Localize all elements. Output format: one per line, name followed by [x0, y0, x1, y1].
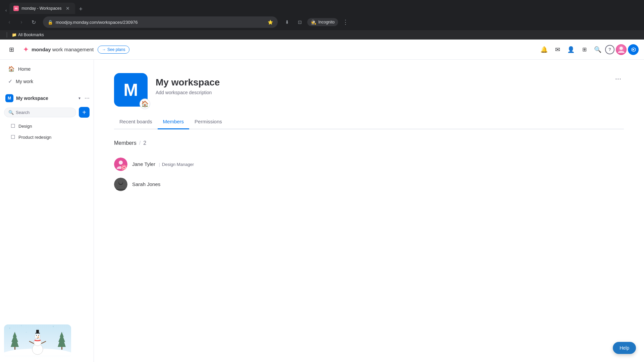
see-plans-arrow: →: [102, 47, 106, 52]
workspace-page: M 🏠 My workspace Add workspace descripti…: [94, 60, 644, 362]
search-placeholder: Search: [16, 110, 30, 115]
bookmark-label: All Bookmarks: [18, 33, 44, 37]
incognito-indicator: 🕵 Incognito: [307, 18, 338, 26]
help-button[interactable]: ?: [605, 45, 614, 54]
svg-rect-5: [14, 347, 15, 350]
my-work-icon: ✓: [8, 78, 12, 84]
screenshot-button[interactable]: ⬇: [282, 17, 292, 27]
members-title: Members: [114, 140, 137, 146]
incognito-label: Incognito: [318, 20, 335, 24]
main-content: M 🏠 My workspace Add workspace descripti…: [94, 60, 644, 362]
sidebar: 🏠 Home ✓ My work M My workspace ▾: [0, 60, 94, 362]
workspace-logo-letter: M: [123, 80, 138, 100]
svg-point-9: [34, 339, 41, 346]
workspace-hero: M 🏠 My workspace Add workspace descripti…: [114, 73, 624, 107]
bell-button[interactable]: 🔔: [538, 44, 550, 56]
board-item-design[interactable]: ☐ Design: [3, 121, 91, 131]
my-work-nav-item[interactable]: ✓ My work: [3, 75, 91, 87]
bookmark-icon: 📁: [12, 33, 17, 37]
new-tab-button[interactable]: +: [76, 4, 86, 14]
workspace-tabs: Recent boards Members Permissions: [114, 115, 624, 129]
back-button[interactable]: ‹: [4, 17, 15, 27]
incognito-icon: 🕵: [311, 19, 316, 25]
search-button[interactable]: 🔍: [592, 44, 604, 56]
workspace-options-button[interactable]: ···: [612, 73, 624, 84]
board-name-product: Product redesign: [18, 135, 51, 140]
members-tab-content: Members / 2: [94, 129, 644, 205]
browser-tab[interactable]: m monday - Workspaces ✕: [9, 3, 75, 14]
sidebar-search-area: 🔍 Search +: [0, 104, 94, 120]
svg-point-1: [620, 47, 623, 50]
help-label: Help: [620, 345, 629, 351]
member-details-sarah: Sarah Jones: [132, 181, 160, 187]
member-name-jane: Jane Tyler: [132, 161, 155, 167]
workspace-small-avatar: M: [5, 94, 13, 102]
tab-permissions[interactable]: Permissions: [189, 115, 227, 129]
workspace-logo: M 🏠: [114, 73, 148, 107]
address-bar[interactable]: 🔒 moodjoy.monday.com/workspaces/230976 ⭐: [43, 16, 278, 28]
settings-button[interactable]: [628, 44, 639, 55]
member-item-jane: Jane Tyler Design Manager: [114, 154, 624, 174]
app-logo: ✦ monday work management: [23, 45, 94, 54]
seasonal-decoration: * * * * *: [4, 324, 71, 358]
sidebar-decoration: * * * * *: [0, 320, 94, 362]
workspace-home-decoration: 🏠: [140, 99, 150, 109]
search-icon: 🔍: [8, 110, 14, 115]
search-input[interactable]: 🔍 Search: [4, 108, 76, 117]
logo-icon: ✦: [23, 45, 29, 54]
members-header: Members / 2: [114, 140, 624, 146]
board-item-product-redesign[interactable]: ☐ Product redesign: [3, 132, 91, 142]
see-plans-button[interactable]: → See plans: [98, 46, 129, 54]
members-count: 2: [143, 140, 146, 146]
svg-rect-7: [61, 347, 62, 350]
tab-members[interactable]: Members: [158, 115, 190, 129]
logo-suffix: work management: [51, 47, 94, 52]
inbox-button[interactable]: ✉: [551, 44, 564, 56]
apps-button[interactable]: ⊞: [578, 44, 590, 56]
svg-rect-12: [36, 330, 39, 333]
user-avatar[interactable]: [616, 44, 627, 55]
workspace-section-name: My workspace: [16, 96, 76, 101]
svg-point-24: [119, 161, 123, 165]
member-item-sarah: Sarah Jones: [114, 174, 624, 194]
tab-recent-boards[interactable]: Recent boards: [114, 115, 158, 129]
home-nav-item[interactable]: 🏠 Home: [3, 63, 91, 75]
invite-button[interactable]: 👤: [565, 44, 577, 56]
svg-text:*: *: [21, 324, 22, 327]
workspace-chevron-icon: ▾: [78, 96, 80, 101]
svg-text:*: *: [63, 331, 64, 334]
member-role-jane: Design Manager: [159, 162, 194, 167]
home-icon: 🏠: [8, 66, 15, 72]
svg-point-29: [119, 180, 123, 184]
home-label: Home: [18, 66, 31, 72]
grid-menu-button[interactable]: ⊞: [5, 44, 17, 56]
reload-button[interactable]: ↻: [28, 17, 39, 27]
member-avatar-sarah: [114, 178, 127, 191]
workspace-header-area: M 🏠 My workspace Add workspace descripti…: [94, 60, 644, 107]
workspace-description[interactable]: Add workspace description: [156, 90, 220, 95]
svg-point-14: [38, 335, 39, 336]
tab-title: monday - Workspaces: [21, 6, 61, 11]
svg-text:*: *: [26, 331, 27, 334]
svg-rect-11: [35, 333, 40, 334]
svg-point-13: [36, 335, 37, 336]
svg-text:*: *: [53, 325, 54, 329]
member-avatar-jane: [114, 158, 127, 171]
menu-button[interactable]: ⋮: [340, 17, 351, 27]
board-name-design: Design: [18, 124, 32, 129]
logo-text: monday work management: [32, 47, 94, 52]
extension-button[interactable]: ⊡: [294, 17, 305, 27]
forward-button[interactable]: ›: [16, 17, 27, 27]
workspace-more-icon[interactable]: ···: [83, 94, 91, 102]
tab-close-button[interactable]: ✕: [64, 5, 71, 12]
member-details-jane: Jane Tyler Design Manager: [132, 161, 194, 167]
my-work-label: My work: [16, 79, 33, 84]
workspace-title: My workspace: [156, 77, 220, 88]
board-icon-design: ☐: [11, 123, 15, 129]
add-board-button[interactable]: +: [79, 107, 90, 118]
workspace-section-header[interactable]: M My workspace ▾ ···: [0, 92, 94, 104]
tab-favicon: m: [13, 6, 19, 11]
help-button[interactable]: Help: [613, 342, 636, 354]
board-icon-product: ☐: [11, 134, 15, 140]
bookmarks-bar-item[interactable]: 📁 All Bookmarks: [10, 32, 46, 38]
